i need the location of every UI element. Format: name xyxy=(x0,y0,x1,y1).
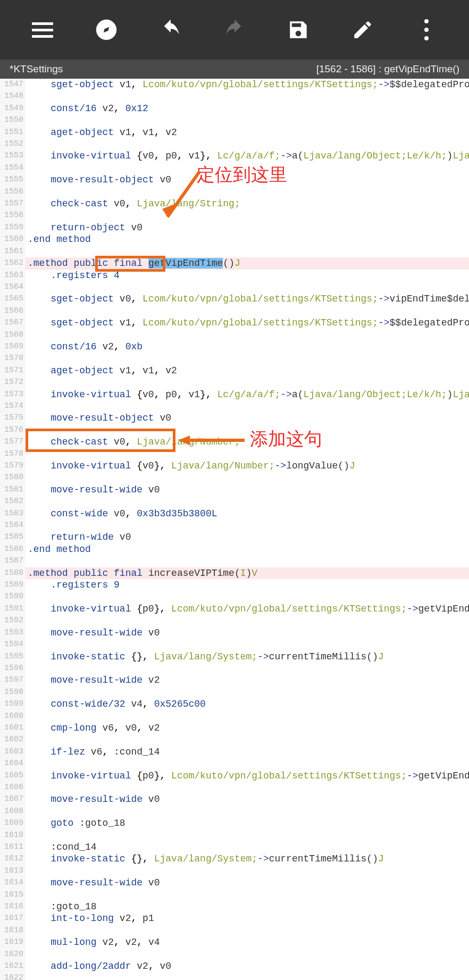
code-line[interactable]: 1573 invoke-virtual {v0, p0, v1}, Lc/g/a… xyxy=(0,389,469,400)
code-line[interactable]: 1548 xyxy=(0,90,469,102)
code-line[interactable]: 1583 const-wide v0, 0x3b3d35b3800L xyxy=(0,508,469,520)
code-line[interactable]: 1609 goto :goto_18 xyxy=(0,817,469,829)
code-line[interactable]: 1604 xyxy=(0,758,469,769)
code-line[interactable]: 1571 aget-object v1, v1, v2 xyxy=(0,365,469,376)
code-line[interactable]: 1568 xyxy=(0,329,469,341)
menu-button[interactable] xyxy=(11,22,74,38)
line-number: 1553 xyxy=(0,150,26,162)
line-number: 1614 xyxy=(0,877,26,889)
code-line[interactable]: 1594 xyxy=(0,639,469,650)
code-line[interactable]: 1570 xyxy=(0,353,469,364)
line-number: 1575 xyxy=(0,412,26,424)
line-number: 1587 xyxy=(0,555,26,567)
code-line[interactable]: 1621 add-long/2addr v2, v0 xyxy=(0,960,469,972)
code-line[interactable]: 1556 xyxy=(0,186,469,198)
line-content xyxy=(26,782,469,793)
code-line[interactable]: 1558 xyxy=(0,210,469,221)
code-line[interactable]: 1562.method public final getVipEndTime()… xyxy=(0,257,469,269)
code-line[interactable]: 1606 xyxy=(0,782,469,793)
line-content: invoke-virtual {v0, p0, v1}, Lc/g/a/a/f;… xyxy=(26,150,469,162)
code-line[interactable]: 1567 sget-object v1, Lcom/kuto/vpn/globa… xyxy=(0,317,469,329)
code-line[interactable]: 1566 xyxy=(0,305,469,317)
line-content xyxy=(26,758,469,769)
line-content: move-result-wide v2 xyxy=(26,674,469,686)
menu-icon xyxy=(32,22,53,38)
code-line[interactable]: 1591 invoke-virtual {p0}, Lcom/kuto/vpn/… xyxy=(0,603,469,615)
code-line[interactable]: 1549 const/16 v2, 0x12 xyxy=(0,103,469,114)
code-line[interactable]: 1593 move-result-wide v0 xyxy=(0,627,469,639)
code-line[interactable]: 1589 .registers 9 xyxy=(0,579,469,591)
code-line[interactable]: 1560.end method xyxy=(0,233,469,245)
undo-button[interactable] xyxy=(139,19,203,41)
line-number: 1606 xyxy=(0,782,26,793)
code-line[interactable]: 1616 :goto_18 xyxy=(0,901,469,912)
more-button[interactable] xyxy=(395,19,458,40)
code-line[interactable]: 1586.end method xyxy=(0,543,469,555)
code-line[interactable]: 1561 xyxy=(0,246,469,257)
redo-button[interactable] xyxy=(203,19,266,41)
code-line[interactable]: 1581 move-result-wide v0 xyxy=(0,484,469,496)
code-line[interactable]: 1579 invoke-virtual {v0}, Ljava/lang/Num… xyxy=(0,460,469,472)
code-line[interactable]: 1585 return-wide v0 xyxy=(0,531,469,543)
code-line[interactable]: 1590 xyxy=(0,591,469,602)
code-line[interactable]: 1587 xyxy=(0,555,469,567)
code-line[interactable]: 1582 xyxy=(0,496,469,507)
code-line[interactable]: 1580 xyxy=(0,472,469,483)
line-content: if-lez v6, :cond_14 xyxy=(26,746,469,758)
code-line[interactable]: 1552 xyxy=(0,138,469,150)
code-line[interactable]: 1550 xyxy=(0,114,469,126)
code-line[interactable]: 1620 xyxy=(0,949,469,960)
code-line[interactable]: 1601 cmp-long v6, v0, v2 xyxy=(0,722,469,734)
code-line[interactable]: 1572 xyxy=(0,376,469,388)
code-line[interactable]: 1608 xyxy=(0,806,469,817)
code-line[interactable]: 1551 aget-object v1, v1, v2 xyxy=(0,127,469,138)
code-line[interactable]: 1619 mul-long v2, v2, v4 xyxy=(0,936,469,948)
code-line[interactable]: 1565 sget-object v0, Lcom/kuto/vpn/globa… xyxy=(0,293,469,305)
code-line[interactable]: 1618 xyxy=(0,925,469,936)
code-line[interactable]: 1603 if-lez v6, :cond_14 xyxy=(0,746,469,758)
code-line[interactable]: 1547 sget-object v1, Lcom/kuto/vpn/globa… xyxy=(0,79,469,90)
code-line[interactable]: 1605 invoke-virtual {p0}, Lcom/kuto/vpn/… xyxy=(0,770,469,782)
code-line[interactable]: 1555 move-result-object v0 xyxy=(0,174,469,186)
save-icon xyxy=(287,19,309,41)
code-line[interactable]: 1577 check-cast v0, Ljava/lang/Number; xyxy=(0,436,469,448)
code-line[interactable]: 1574 xyxy=(0,400,469,412)
code-editor[interactable]: 1547 sget-object v1, Lcom/kuto/vpn/globa… xyxy=(0,79,469,980)
code-line[interactable]: 1598 xyxy=(0,686,469,698)
code-line[interactable]: 1575 move-result-object v0 xyxy=(0,412,469,424)
code-line[interactable]: 1584 xyxy=(0,520,469,531)
code-line[interactable]: 1588.method public final increaseVIPTime… xyxy=(0,567,469,579)
code-line[interactable]: 1595 invoke-static {}, Ljava/lang/System… xyxy=(0,651,469,663)
code-line[interactable]: 1611 :cond_14 xyxy=(0,841,469,853)
line-content xyxy=(26,663,469,674)
code-line[interactable]: 1613 xyxy=(0,865,469,877)
code-line[interactable]: 1564 xyxy=(0,281,469,293)
code-line[interactable]: 1614 move-result-wide v0 xyxy=(0,877,469,889)
code-line[interactable]: 1569 const/16 v2, 0xb xyxy=(0,341,469,353)
line-number: 1561 xyxy=(0,246,26,257)
code-line[interactable]: 1602 xyxy=(0,734,469,746)
code-line[interactable]: 1576 xyxy=(0,424,469,436)
code-line[interactable]: 1553 invoke-virtual {v0, p0, v1}, Lc/g/a… xyxy=(0,150,469,162)
code-line[interactable]: 1559 return-object v0 xyxy=(0,222,469,233)
code-line[interactable]: 1607 move-result-wide v0 xyxy=(0,793,469,805)
code-line[interactable]: 1563 .registers 4 xyxy=(0,270,469,281)
code-line[interactable]: 1612 invoke-static {}, Ljava/lang/System… xyxy=(0,853,469,865)
code-line[interactable]: 1578 xyxy=(0,448,469,460)
line-content xyxy=(26,555,469,567)
code-line[interactable]: 1617 int-to-long v2, p1 xyxy=(0,912,469,924)
code-line[interactable]: 1622 xyxy=(0,972,469,980)
code-line[interactable]: 1597 move-result-wide v2 xyxy=(0,674,469,686)
edit-button[interactable] xyxy=(330,19,394,41)
navigate-button[interactable] xyxy=(74,19,138,41)
code-line[interactable]: 1596 xyxy=(0,663,469,674)
code-line[interactable]: 1557 check-cast v0, Ljava/lang/String; xyxy=(0,198,469,210)
code-line[interactable]: 1554 xyxy=(0,162,469,174)
save-button[interactable] xyxy=(266,19,330,41)
code-line[interactable]: 1592 xyxy=(0,615,469,626)
code-line[interactable]: 1600 xyxy=(0,710,469,722)
line-number: 1568 xyxy=(0,329,26,341)
code-line[interactable]: 1610 xyxy=(0,830,469,841)
code-line[interactable]: 1615 xyxy=(0,889,469,901)
code-line[interactable]: 1599 const-wide/32 v4, 0x5265c00 xyxy=(0,698,469,710)
